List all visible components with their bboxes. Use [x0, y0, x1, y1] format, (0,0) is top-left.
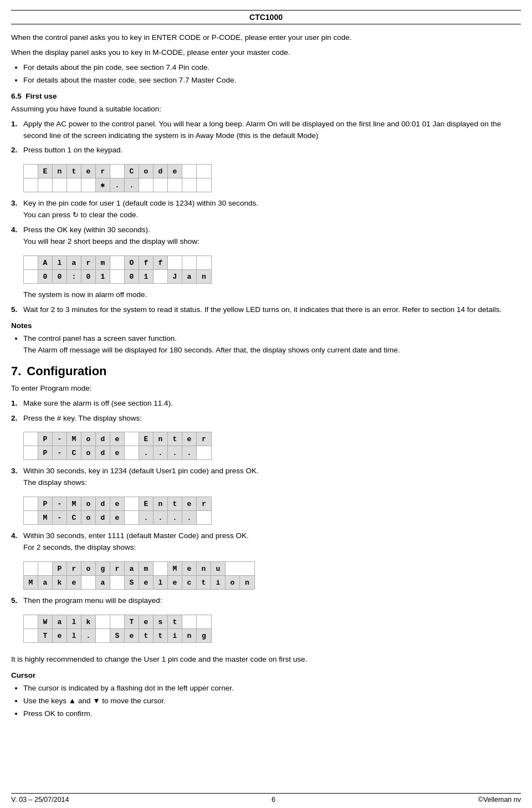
s7-step-4-list: 4. Within 30 seconds, enter 1111 (defaul…: [11, 530, 521, 554]
note-1: The control panel has a screen saver fun…: [23, 333, 521, 356]
step-2: 2. Press button 1 on the keypad.: [11, 145, 521, 156]
step-5: 5. Wait for 2 to 3 minutes for the syste…: [11, 304, 521, 316]
cursor-bullet-3: Press OK to confirm.: [23, 708, 521, 720]
section65-steps: 1. Apply the AC power to the control pan…: [11, 119, 521, 157]
page-header: CTC1000: [11, 10, 521, 24]
s7-step-2: 2. Press the # key. The display shows:: [11, 413, 521, 425]
section65-assuming: Assuming you have found a suitable locat…: [11, 104, 521, 115]
step-4: 4. Press the OK key (within 30 seconds).…: [11, 224, 521, 248]
s7-step-5-list: 5. Then the program menu will be display…: [11, 595, 521, 607]
page: CTC1000 When the control panel asks you …: [11, 0, 521, 745]
page-footer: V. 03 – 25/07/2014 6 ©Velleman nv: [11, 793, 521, 804]
s7-step-5: 5. Then the program menu will be display…: [11, 595, 521, 607]
notes-list: The control panel has a screen saver fun…: [23, 333, 521, 356]
cursor-bullet-1: The cursor is indicated by a flashing do…: [23, 683, 521, 694]
section65-step-5: 5. Wait for 2 to 3 minutes for the syste…: [11, 304, 521, 316]
refresh-icon: ↻: [73, 209, 79, 221]
lcd-alarm-row-1: A l a r m O f f: [24, 256, 211, 270]
section7-steps: 1. Make sure the alarm is off (see secti…: [11, 398, 521, 425]
lcd-pmode1: P - M o d e E n t e r P - C o d e . . . …: [23, 432, 212, 460]
lcd-pmode2: P - M o d e E n t e r M - C o d e . . . …: [23, 497, 212, 525]
intro-bullet-1: For details about the pin code, see sect…: [23, 62, 521, 74]
s7-step-3-list: 3. Within 30 seconds, key in 1234 (defau…: [11, 466, 521, 489]
lcd-alarm-off: A l a r m O f f 0 0 : 0 1 0 1 J a n: [23, 255, 212, 284]
step-1: 1. Apply the AC power to the control pan…: [11, 119, 521, 142]
intro-line1: When the control panel asks you to key i…: [11, 32, 521, 44]
section-65-title: 6.5 First use: [11, 92, 521, 100]
cursor-bullets: The cursor is indicated by a flashing do…: [23, 683, 521, 720]
lcd-enter-code: E n t e r C o d e ✱ . .: [23, 164, 212, 192]
lcd-row-2: ✱ . .: [24, 178, 211, 192]
lcd-program-menu: P r o g r a m M e n u M a k e a S e l e …: [23, 561, 255, 590]
s7-step-1: 1. Make sure the alarm is off (see secti…: [11, 398, 521, 410]
footer-left: V. 03 – 25/07/2014: [11, 796, 69, 804]
s7-step-4: 4. Within 30 seconds, enter 1111 (defaul…: [11, 530, 521, 554]
intro-line2: When the display panel asks you to key i…: [11, 47, 521, 59]
footer-center: 6: [272, 796, 275, 804]
recommend-text: It is highly recommended to change the U…: [11, 654, 521, 666]
cursor-label: Cursor: [11, 670, 521, 682]
header-title: CTC1000: [249, 13, 283, 22]
lcd-alarm-row-2: 0 0 : 0 1 0 1 J a n: [24, 270, 211, 283]
lcd-row-1: E n t e r C o d e: [24, 165, 211, 178]
section7-intro: To enter Program mode:: [11, 383, 521, 395]
intro-bullet-2: For details about the master code, see s…: [23, 75, 521, 86]
step-3: 3. Key in the pin code for user 1 (defau…: [11, 198, 521, 221]
notes-label: Notes: [11, 320, 521, 332]
intro-bullets: For details about the pin code, see sect…: [23, 62, 521, 86]
alarm-off-mode-text: The system is now in alarm off mode.: [11, 289, 521, 301]
section-7-title: 7. Configuration: [11, 364, 521, 379]
lcd-walk-test: W a l k T e s t T e l . S e t t i n g: [23, 615, 212, 643]
s7-step-3: 3. Within 30 seconds, key in 1234 (defau…: [11, 466, 521, 489]
section65-steps-3: 3. Key in the pin code for user 1 (defau…: [11, 198, 521, 248]
cursor-bullet-2: Use the keys ▲ and ▼ to move the cursor.: [23, 696, 521, 707]
footer-right: ©Velleman nv: [478, 796, 521, 804]
